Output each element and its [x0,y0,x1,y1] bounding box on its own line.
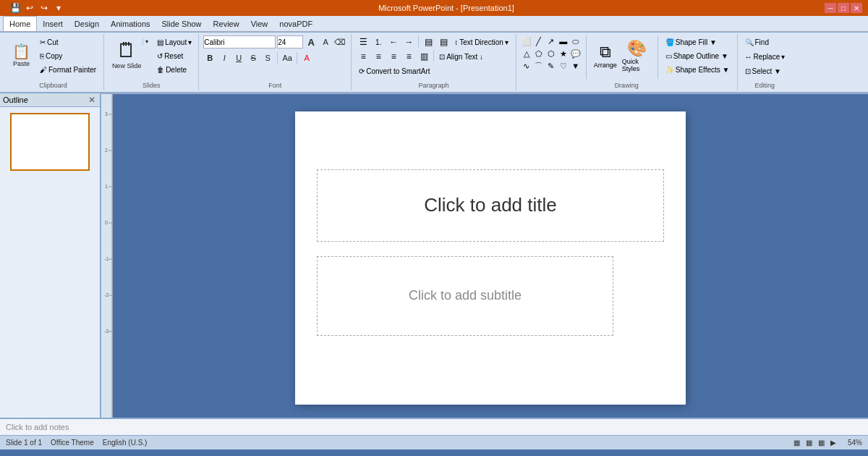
copy-button[interactable]: ⎘ Copy [37,49,99,62]
font-group-label: Font [199,82,351,89]
font-name-input[interactable] [203,35,276,48]
shape-freeform[interactable]: ✎ [545,60,557,72]
arrange-button[interactable]: ⧉ Arrange [591,35,620,76]
convert-smartart-button[interactable]: ⟳ Convert to SmartArt [356,64,433,77]
quick-styles-button[interactable]: 🎨 Quick Styles [621,35,653,76]
undo-button[interactable]: ↩ [23,1,36,14]
menu-view[interactable]: View [245,16,274,31]
two-col-button[interactable]: ▥ [417,50,431,63]
shape-circle[interactable]: ⬭ [570,35,582,47]
minimize-button[interactable]: ─ [825,3,836,13]
menu-novapdf[interactable]: novaPDF [273,16,318,31]
slide-subtitle-box[interactable]: Click to add subtitle [317,256,613,336]
font-style-row: B I U S S Aa A [203,51,313,64]
shape-select[interactable]: ⬜ [521,35,532,47]
new-slide-dropdown[interactable]: ▾ [142,38,151,46]
reset-label: Reset [164,52,183,60]
cut-button[interactable]: ✂ Cut [37,35,99,48]
text-direction-button[interactable]: ↕ Text Direction ▾ [451,35,511,48]
align-left-button[interactable]: ≡ [356,50,370,63]
shape-arrow[interactable]: ↗ [545,35,557,47]
outline-header: Outline ✕ [0,93,100,107]
replace-button[interactable]: ↔ Replace ▾ [742,50,788,63]
shape-hexagon[interactable]: ⬡ [545,48,557,59]
clipboard-controls: 📋 Paste ✂ Cut ⎘ Copy 🖌 Format Painter [7,35,99,89]
shadow-button[interactable]: S [261,51,274,64]
menu-slideshow[interactable]: Slide Show [156,16,208,31]
font-separator2 [297,52,297,64]
numbering-button[interactable]: 1. [371,35,386,48]
shape-connector[interactable]: ⌒ [533,60,545,72]
italic-button[interactable]: I [218,51,231,64]
decrease-font-button[interactable]: A [319,35,332,48]
view-normal-button[interactable]: ▦ [793,439,800,447]
outline-close-button[interactable]: ✕ [87,95,97,105]
font-color-button[interactable]: A [300,51,313,64]
slide[interactable]: Click to add title Click to add subtitle [295,111,686,405]
view-reading-button[interactable]: ▦ [818,439,825,447]
justify-button[interactable]: ≡ [401,50,416,63]
right-col-button[interactable]: ▤ [436,35,451,48]
shape-triangle[interactable]: △ [521,48,532,59]
menu-review[interactable]: Review [208,16,245,31]
shape-callout[interactable]: 💬 [570,48,582,59]
window-controls: ─ □ ✕ [825,3,862,13]
shape-fill-label: Shape Fill ▼ [676,38,717,46]
notes-bar[interactable]: Click to add notes [0,418,868,435]
align-text-label: Align Text ↓ [446,53,483,61]
font-size-input[interactable] [277,35,303,48]
slide-thumbnail-1[interactable] [10,113,90,171]
new-slide-button[interactable]: 🗒 New Slide [111,38,142,70]
slides-group-label: Slides [104,82,198,89]
increase-font-button[interactable]: A [305,35,318,48]
clear-format-button[interactable]: ⌫ [333,35,346,48]
align-right-button[interactable]: ≡ [386,50,401,63]
view-slideshow-button[interactable]: ▶ [830,439,836,447]
outline-content [0,107,100,418]
shape-pentagon[interactable]: ⬠ [533,48,545,59]
shape-line[interactable]: ╱ [533,35,545,47]
shape-heart[interactable]: ♡ [558,60,569,72]
format-painter-button[interactable]: 🖌 Format Painter [37,63,99,76]
redo-button[interactable]: ↪ [38,1,51,14]
close-button[interactable]: ✕ [851,3,862,13]
align-text-button[interactable]: ⊡ Align Text ↓ [436,50,486,63]
shape-more[interactable]: ▼ [570,60,582,72]
slide-area: -4 -3 -2 -1 0 1 2 3 4 3 [101,93,868,418]
select-button[interactable]: ⊡ Select ▼ [742,64,784,77]
menu-design[interactable]: Design [69,16,105,31]
slide-title-placeholder: Click to add title [424,194,557,216]
menu-home[interactable]: Home [3,16,37,31]
find-button[interactable]: 🔍 Find [742,35,772,48]
shape-effects-button[interactable]: ✨ Shape Effects ▼ [663,63,733,76]
left-col-button[interactable]: ▤ [421,35,435,48]
layout-button[interactable]: ▤ Layout ▾ [155,35,194,48]
reset-button[interactable]: ↺ Reset [155,49,194,62]
maximize-button[interactable]: □ [838,3,849,13]
menu-animations[interactable]: Animations [105,16,156,31]
shape-curve[interactable]: ∿ [521,60,532,72]
delete-button[interactable]: 🗑 Delete [155,63,194,76]
bold-button[interactable]: B [203,51,216,64]
select-label: Select ▼ [752,67,781,75]
slide-title-box[interactable]: Click to add title [317,169,664,242]
shape-outline-button[interactable]: ▭ Shape Outline ▼ [663,49,733,62]
menu-insert[interactable]: Insert [37,16,69,31]
quick-access-dropdown[interactable]: ▾ [52,1,65,14]
text-dir-icon: ↕ [454,38,458,46]
change-case-button[interactable]: Aa [281,51,294,64]
shape-fill-button[interactable]: 🪣 Shape Fill ▼ [663,35,733,48]
increase-indent-button[interactable]: → [401,35,416,48]
paste-button[interactable]: 📋 Paste [7,35,35,76]
new-slide-icon: 🗒 [116,38,137,62]
decrease-indent-button[interactable]: ← [386,35,401,48]
view-slide-sorter-button[interactable]: ▦ [806,439,812,447]
ruler-left-svg: 3 2 1 0 -1 -2 -3 [101,94,113,418]
bullets-button[interactable]: ☰ [356,35,370,48]
shape-rect[interactable]: ▬ [558,35,569,47]
underline-button[interactable]: U [232,51,245,64]
strikethrough-button[interactable]: S [247,51,260,64]
save-button[interactable]: 💾 [9,1,22,14]
shape-star[interactable]: ★ [558,48,569,59]
align-center-button[interactable]: ≡ [371,50,386,63]
